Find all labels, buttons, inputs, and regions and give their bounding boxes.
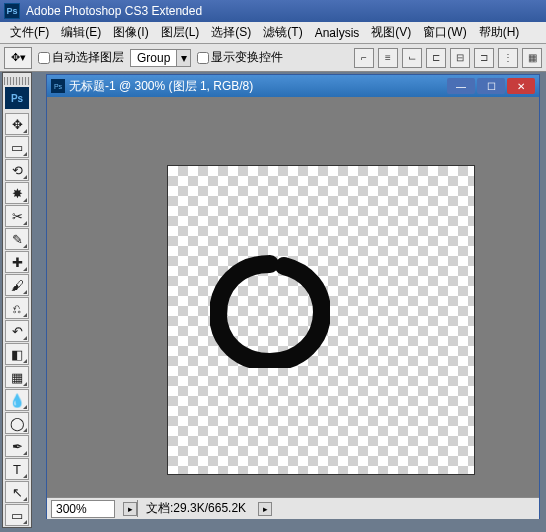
align-vcenter-icon[interactable]: ≡ — [378, 48, 398, 68]
transform-label: 显示变换控件 — [211, 49, 283, 66]
quick-select-tool[interactable]: ✸ — [5, 182, 29, 204]
group-select-value: Group — [131, 51, 176, 65]
zoom-input[interactable]: 300% — [51, 500, 115, 518]
auto-select-input[interactable] — [38, 52, 50, 64]
zoom-arrow-icon[interactable]: ▸ — [123, 502, 137, 516]
menu-view[interactable]: 视图(V) — [365, 22, 417, 43]
transparency-checker — [168, 166, 474, 474]
slice-tool[interactable]: ✎ — [5, 228, 29, 250]
workspace-icon[interactable]: ▦ — [522, 48, 542, 68]
canvas-area[interactable] — [47, 97, 539, 497]
document-window: Ps 无标题-1 @ 300% (图层 1, RGB/8) — ☐ ✕ 300%… — [46, 74, 540, 519]
canvas[interactable] — [167, 165, 475, 475]
menu-filter[interactable]: 滤镜(T) — [257, 22, 308, 43]
lasso-tool[interactable]: ⟲ — [5, 159, 29, 181]
info-arrow-icon[interactable]: ▸ — [258, 502, 272, 516]
auto-select-checkbox[interactable]: 自动选择图层 — [38, 49, 124, 66]
minimize-button[interactable]: — — [447, 78, 475, 94]
menu-window[interactable]: 窗口(W) — [417, 22, 472, 43]
doc-info: 文档:29.3K/665.2K — [137, 500, 254, 517]
blur-tool[interactable]: 💧 — [5, 389, 29, 411]
app-titlebar: Ps Adobe Photoshop CS3 Extended — [0, 0, 546, 22]
menu-select[interactable]: 选择(S) — [205, 22, 257, 43]
align-bottom-icon[interactable]: ⌙ — [402, 48, 422, 68]
doc-size: 29.3K/665.2K — [173, 501, 246, 515]
brush-tool[interactable]: 🖌 — [5, 274, 29, 296]
gradient-tool[interactable]: ▦ — [5, 366, 29, 388]
healing-tool[interactable]: ✚ — [5, 251, 29, 273]
history-brush-tool[interactable]: ↶ — [5, 320, 29, 342]
crop-tool[interactable]: ✂ — [5, 205, 29, 227]
align-top-icon[interactable]: ⌐ — [354, 48, 374, 68]
panel-grip[interactable] — [4, 77, 30, 85]
menu-edit[interactable]: 编辑(E) — [55, 22, 107, 43]
dodge-tool[interactable]: ◯ — [5, 412, 29, 434]
menu-image[interactable]: 图像(I) — [107, 22, 154, 43]
menu-layer[interactable]: 图层(L) — [155, 22, 206, 43]
align-hcenter-icon[interactable]: ⊟ — [450, 48, 470, 68]
distribute-icon[interactable]: ⋮ — [498, 48, 518, 68]
document-title: 无标题-1 @ 300% (图层 1, RGB/8) — [69, 78, 253, 95]
eraser-tool[interactable]: ◧ — [5, 343, 29, 365]
tool-panel: Ps ✥ ▭ ⟲ ✸ ✂ ✎ ✚ 🖌 ⎌ ↶ ◧ ▦ 💧 ◯ ✒ T ↖ ▭ — [2, 72, 32, 528]
workspace: Ps ✥ ▭ ⟲ ✸ ✂ ✎ ✚ 🖌 ⎌ ↶ ◧ ▦ 💧 ◯ ✒ T ↖ ▭ P… — [0, 72, 546, 532]
document-titlebar[interactable]: Ps 无标题-1 @ 300% (图层 1, RGB/8) — ☐ ✕ — [47, 75, 539, 97]
path-select-tool[interactable]: ↖ — [5, 481, 29, 503]
type-tool[interactable]: T — [5, 458, 29, 480]
ps-logo-icon: Ps — [4, 3, 20, 19]
move-tool[interactable]: ✥ — [5, 113, 29, 135]
align-left-icon[interactable]: ⊏ — [426, 48, 446, 68]
maximize-button[interactable]: ☐ — [477, 78, 505, 94]
stamp-tool[interactable]: ⎌ — [5, 297, 29, 319]
doc-label: 文档: — [146, 501, 173, 515]
menu-analysis[interactable]: Analysis — [309, 24, 366, 42]
close-button[interactable]: ✕ — [507, 78, 535, 94]
options-bar: ✥▾ 自动选择图层 Group ▾ 显示变换控件 ⌐ ≡ ⌙ ⊏ ⊟ ⊐ ⋮ ▦ — [0, 44, 546, 72]
align-buttons: ⌐ ≡ ⌙ ⊏ ⊟ ⊐ ⋮ ▦ — [354, 48, 542, 68]
auto-select-label: 自动选择图层 — [52, 49, 124, 66]
menu-help[interactable]: 帮助(H) — [473, 22, 526, 43]
align-right-icon[interactable]: ⊐ — [474, 48, 494, 68]
transform-controls-checkbox[interactable]: 显示变换控件 — [197, 49, 283, 66]
pen-tool[interactable]: ✒ — [5, 435, 29, 457]
transform-input[interactable] — [197, 52, 209, 64]
doc-ps-icon: Ps — [51, 79, 65, 93]
brush-stroke-circle — [210, 254, 330, 368]
menu-file[interactable]: 文件(F) — [4, 22, 55, 43]
shape-tool[interactable]: ▭ — [5, 504, 29, 526]
chevron-down-icon: ▾ — [176, 50, 190, 66]
app-title: Adobe Photoshop CS3 Extended — [26, 4, 202, 18]
window-buttons: — ☐ ✕ — [447, 78, 535, 94]
layer-group-select[interactable]: Group ▾ — [130, 49, 191, 67]
status-bar: 300% ▸ 文档:29.3K/665.2K ▸ — [47, 497, 539, 519]
ps-panel-icon: Ps — [5, 87, 29, 109]
marquee-tool[interactable]: ▭ — [5, 136, 29, 158]
menu-bar: 文件(F) 编辑(E) 图像(I) 图层(L) 选择(S) 滤镜(T) Anal… — [0, 22, 546, 44]
active-tool-indicator[interactable]: ✥▾ — [4, 47, 32, 69]
